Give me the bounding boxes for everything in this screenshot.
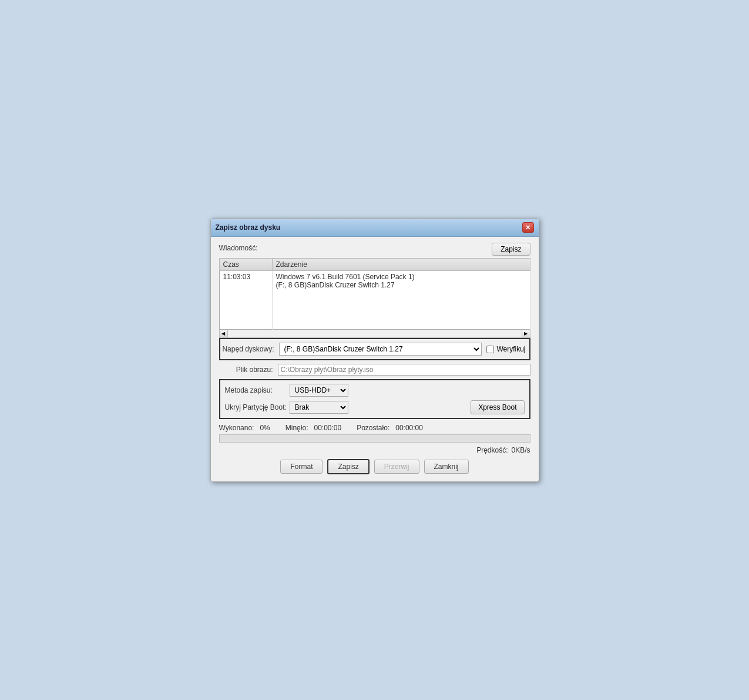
image-label: Plik obrazu: bbox=[219, 366, 278, 374]
method-label: Metoda zapisu: bbox=[225, 386, 290, 394]
h-scrollbar[interactable]: ◀ ▶ bbox=[219, 330, 530, 338]
minelo-value: 00:00:00 bbox=[314, 424, 341, 432]
zapisz-button[interactable]: Zapisz bbox=[327, 459, 369, 474]
hide-boot-label: Ukryj Partycję Boot: bbox=[225, 403, 290, 411]
dialog-title: Zapisz obraz dysku bbox=[216, 223, 281, 232]
speed-value: 0KB/s bbox=[511, 446, 530, 454]
verify-label: Weryfikuj bbox=[496, 345, 525, 353]
wykonano-value: 0% bbox=[260, 424, 270, 432]
przerwij-button[interactable]: Przerwij bbox=[374, 460, 419, 474]
bottom-buttons: Format Zapisz Przerwij Zamknij bbox=[219, 459, 530, 474]
table-row-empty bbox=[219, 294, 530, 330]
dialog-window: Zapisz obraz dysku ✕ Wiadomość: Zapisz C… bbox=[210, 218, 539, 482]
method-section: Metoda zapisu: USB-HDD+ Ukryj Partycję B… bbox=[219, 379, 530, 419]
log-event: Windows 7 v6.1 Build 7601 (Service Pack … bbox=[272, 271, 530, 294]
message-label: Wiadomość: bbox=[219, 244, 258, 252]
method-select[interactable]: USB-HDD+ bbox=[290, 384, 348, 397]
format-button[interactable]: Format bbox=[280, 460, 323, 474]
scroll-left-arrow[interactable]: ◀ bbox=[220, 330, 228, 337]
verify-check: Weryfikuj bbox=[486, 345, 525, 353]
top-zapisz-button[interactable]: Zapisz bbox=[492, 243, 530, 256]
image-path-input[interactable] bbox=[278, 364, 530, 376]
col-czas: Czas bbox=[219, 259, 272, 271]
col-zdarzenie: Zdarzenie bbox=[272, 259, 530, 271]
table-row: 11:03:03 Windows 7 v6.1 Build 7601 (Serv… bbox=[219, 271, 530, 294]
pozostalo-value: 00:00:00 bbox=[395, 424, 423, 432]
pozostalo-label: Pozostało: bbox=[357, 424, 389, 432]
log-table: Czas Zdarzenie 11:03:03 Windows 7 v6.1 B… bbox=[219, 258, 530, 330]
drive-label: Napęd dyskowy: bbox=[220, 345, 279, 353]
hide-boot-select[interactable]: Brak bbox=[290, 401, 348, 414]
zamknij-button[interactable]: Zamknij bbox=[424, 460, 469, 474]
progress-row: Wykonano: 0% Minęło: 00:00:00 Pozostało:… bbox=[219, 424, 530, 432]
dialog-body: Wiadomość: Zapisz Czas Zdarzenie 11:03:0… bbox=[211, 237, 539, 481]
image-file-row: Plik obrazu: bbox=[219, 364, 530, 376]
verify-checkbox[interactable] bbox=[486, 346, 494, 353]
message-header: Wiadomość: Zapisz bbox=[219, 243, 530, 256]
hide-boot-row: Ukryj Partycję Boot: Brak Xpress Boot bbox=[225, 400, 525, 414]
drive-select[interactable]: (F:, 8 GB)SanDisk Cruzer Switch 1.27 bbox=[279, 343, 482, 356]
method-row: Metoda zapisu: USB-HDD+ bbox=[225, 384, 525, 397]
drive-section: Napęd dyskowy: (F:, 8 GB)SanDisk Cruzer … bbox=[219, 338, 530, 360]
speed-label: Prędkość: bbox=[476, 446, 508, 454]
title-bar: Zapisz obraz dysku ✕ bbox=[211, 219, 539, 237]
minelo-label: Minęło: bbox=[286, 424, 308, 432]
log-time: 11:03:03 bbox=[219, 271, 272, 294]
log-area: Czas Zdarzenie 11:03:03 Windows 7 v6.1 B… bbox=[219, 258, 530, 338]
scroll-right-arrow[interactable]: ▶ bbox=[522, 330, 530, 337]
speed-row: Prędkość: 0KB/s bbox=[219, 446, 530, 454]
close-button[interactable]: ✕ bbox=[522, 222, 534, 233]
progress-bar-container bbox=[219, 434, 530, 443]
xpress-boot-button[interactable]: Xpress Boot bbox=[471, 400, 524, 414]
wykonano-label: Wykonano: bbox=[219, 424, 254, 432]
